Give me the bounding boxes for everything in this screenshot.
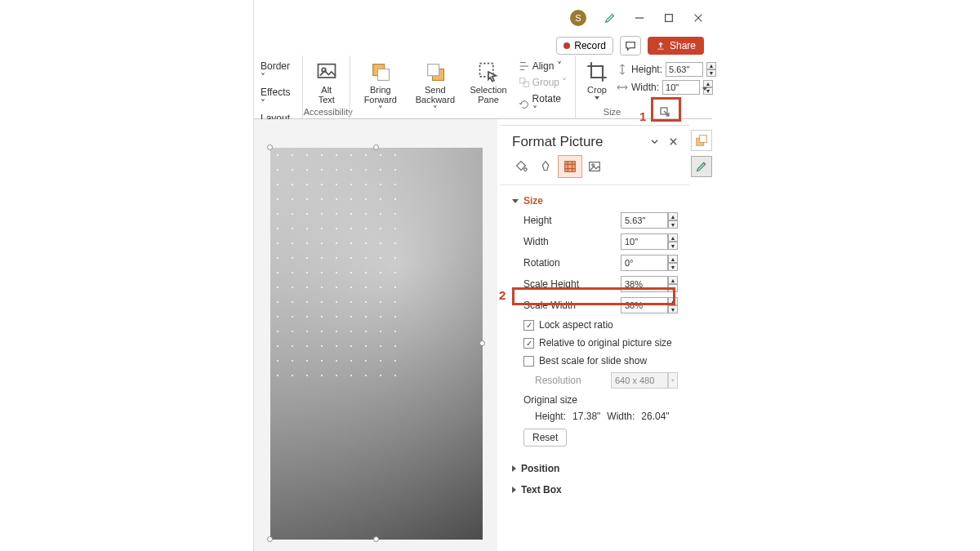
user-avatar[interactable]: S	[570, 10, 586, 26]
width-value[interactable]: 10"	[662, 80, 700, 95]
tab-size-icon[interactable]	[558, 155, 582, 178]
expand-icon	[512, 199, 519, 203]
accessibility-group-label: Accessibility	[308, 107, 345, 118]
bring-forward-label: Bring Forward ˅	[360, 85, 400, 115]
reset-button[interactable]: Reset	[523, 429, 567, 447]
bring-forward-icon	[369, 60, 392, 83]
height-input[interactable]: 5.63"	[621, 212, 668, 229]
selection-pane-icon	[477, 60, 500, 83]
selection-pane-label: Selection Pane	[470, 85, 506, 104]
original-size-label: Original size	[512, 391, 678, 407]
orig-width-value: 26.04"	[641, 411, 669, 422]
tab-picture-icon[interactable]	[582, 155, 607, 178]
rotation-label: Rotation	[523, 257, 560, 269]
crop-icon	[586, 60, 608, 83]
alt-text-button[interactable]: Alt Text	[308, 59, 345, 106]
orig-width-label: Width:	[607, 411, 635, 422]
dot-pattern-overlay	[270, 148, 401, 376]
selected-picture[interactable]	[270, 148, 483, 540]
slide-canvas[interactable]	[254, 119, 497, 551]
resolution-label: Resolution	[523, 375, 581, 386]
ribbon-collapse-icon[interactable]	[702, 87, 707, 91]
resize-handle[interactable]	[267, 144, 273, 150]
draw-mode-icon[interactable]	[604, 12, 616, 24]
annotation-label-1: 1	[639, 109, 646, 123]
size-section-header[interactable]: Size	[512, 192, 678, 210]
panel-options-icon[interactable]	[650, 134, 659, 150]
annotation-label-2: 2	[499, 288, 506, 302]
chevron-down-icon	[595, 96, 599, 100]
expand-icon	[512, 487, 516, 493]
relative-original-row[interactable]: ✓ Relative to original picture size	[512, 334, 678, 352]
textbox-section-header[interactable]: Text Box	[512, 479, 678, 500]
width-label: Width:	[631, 82, 659, 93]
position-section-header[interactable]: Position	[512, 458, 678, 479]
lock-aspect-checkbox[interactable]: ✓	[523, 320, 534, 331]
alt-text-label: Alt Text	[318, 85, 335, 104]
record-dot-icon	[564, 42, 570, 49]
record-button[interactable]: Record	[556, 37, 613, 55]
width-input[interactable]: 10"	[621, 233, 668, 250]
resize-handle[interactable]	[479, 340, 485, 346]
height-spinner[interactable]: ▲▼	[668, 212, 678, 229]
format-picture-panel: Format Picture Size Height 5.63" ▲▼	[501, 125, 689, 551]
send-backward-button[interactable]: Send Backward ˅	[407, 59, 463, 117]
svg-point-23	[592, 164, 595, 167]
share-button[interactable]: Share	[648, 37, 704, 55]
rotation-spinner[interactable]: ▲▼	[668, 255, 678, 271]
height-label: Height:	[631, 64, 662, 75]
maximize-icon[interactable]	[663, 12, 675, 24]
side-tab-shapes[interactable]	[691, 130, 712, 151]
orig-height-label: Height:	[535, 411, 566, 422]
svg-rect-8	[377, 69, 389, 81]
orig-height-value: 17.38"	[572, 411, 600, 422]
app-window: S Record Share Border ˅	[253, 0, 712, 551]
svg-rect-10	[428, 64, 439, 76]
bring-forward-button[interactable]: Bring Forward ˅	[355, 59, 405, 117]
close-icon[interactable]	[693, 12, 704, 24]
side-tab-format[interactable]	[691, 156, 712, 177]
side-panel-tabs	[691, 125, 712, 177]
window-controls: S	[570, 10, 704, 26]
svg-point-20	[524, 168, 528, 171]
crop-button[interactable]: Crop	[581, 59, 613, 101]
rotation-input[interactable]: 0°	[621, 255, 668, 271]
crop-label: Crop	[587, 85, 607, 95]
resolution-select: 640 x 480	[611, 372, 668, 389]
best-scale-checkbox[interactable]	[523, 356, 534, 367]
minimize-icon[interactable]	[634, 12, 645, 24]
svg-rect-16	[523, 82, 528, 87]
panel-close-icon[interactable]	[669, 134, 678, 150]
record-label: Record	[574, 40, 606, 51]
lock-aspect-label: Lock aspect ratio	[539, 319, 613, 331]
svg-rect-15	[519, 78, 524, 83]
rotate-menu[interactable]: Rotate ˅	[517, 91, 570, 118]
picture-border-menu[interactable]: Border ˅	[259, 59, 297, 85]
best-scale-label: Best scale for slide show	[539, 355, 647, 367]
width-spinner[interactable]: ▲▼	[668, 233, 678, 250]
relative-original-checkbox[interactable]: ✓	[523, 338, 534, 349]
alt-text-icon	[315, 60, 338, 83]
send-backward-icon	[424, 60, 447, 83]
selection-pane-button[interactable]: Selection Pane	[465, 59, 511, 106]
resize-handle[interactable]	[267, 536, 273, 542]
title-toolbar: Record Share	[556, 36, 704, 56]
panel-title: Format Picture	[512, 134, 603, 150]
picture-effects-menu[interactable]: Effects ˅	[259, 85, 297, 111]
lock-aspect-ratio-row[interactable]: ✓ Lock aspect ratio	[512, 316, 678, 334]
relative-original-label: Relative to original picture size	[539, 337, 672, 349]
panel-tabs	[501, 155, 689, 185]
svg-rect-25	[699, 136, 706, 143]
expand-icon	[512, 465, 516, 472]
best-scale-row[interactable]: Best scale for slide show	[512, 352, 678, 370]
share-label: Share	[670, 40, 696, 51]
resize-handle[interactable]	[373, 536, 379, 542]
svg-rect-1	[666, 15, 673, 22]
resize-handle[interactable]	[373, 144, 379, 150]
comments-button[interactable]	[620, 36, 641, 56]
align-menu[interactable]: Align ˅	[517, 59, 570, 73]
height-label: Height	[523, 215, 552, 226]
tab-effects-icon[interactable]	[533, 155, 558, 178]
tab-fill-icon[interactable]	[509, 155, 533, 178]
annotation-box-1	[651, 97, 681, 122]
